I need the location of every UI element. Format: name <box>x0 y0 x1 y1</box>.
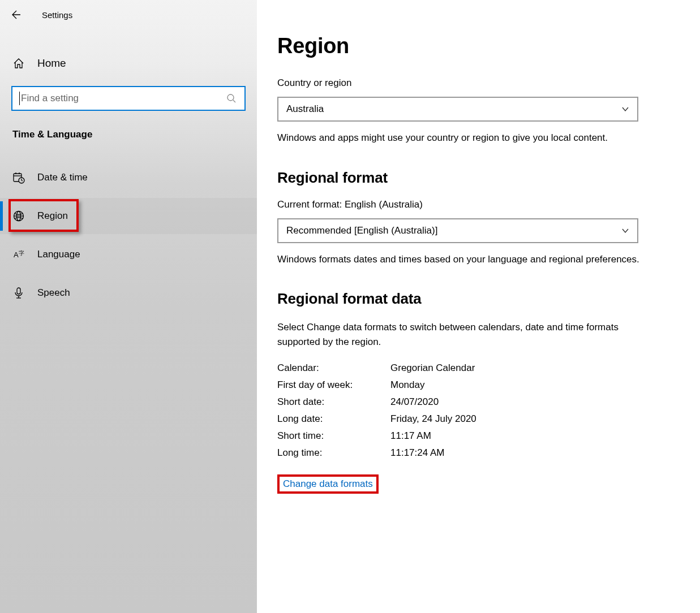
change-data-formats-link[interactable]: Change data formats <box>283 478 373 489</box>
data-key: Calendar: <box>277 362 390 374</box>
microphone-icon <box>12 287 25 299</box>
svg-point-0 <box>227 94 234 101</box>
sidebar-item-region[interactable]: Region <box>0 198 257 234</box>
titlebar: Settings <box>0 5 257 25</box>
current-format-label: Current format: English (Australia) <box>277 199 675 210</box>
country-label: Country or region <box>277 77 675 89</box>
country-dropdown[interactable]: Australia <box>277 97 638 122</box>
back-arrow-icon <box>10 9 22 20</box>
svg-line-1 <box>233 100 235 102</box>
search-placeholder: Find a setting <box>21 93 79 104</box>
regional-format-heading: Regional format <box>277 169 675 187</box>
data-row-calendar: Calendar: Gregorian Calendar <box>277 362 675 374</box>
country-description: Windows and apps might use your country … <box>277 131 639 145</box>
format-data-description: Select Change data formats to switch bet… <box>277 320 639 349</box>
sidebar-item-label: Date & time <box>37 172 88 183</box>
home-label: Home <box>37 57 66 70</box>
sidebar-item-speech[interactable]: Speech <box>0 275 257 311</box>
main-content: Region Country or region Australia Windo… <box>257 0 700 613</box>
sidebar-section-title: Time & Language <box>0 129 257 140</box>
text-cursor <box>19 92 20 105</box>
data-key: Short date: <box>277 396 390 408</box>
svg-rect-14 <box>17 288 20 294</box>
data-row-first-day: First day of week: Monday <box>277 379 675 391</box>
sidebar-item-label: Language <box>37 249 80 260</box>
sidebar-item-datetime[interactable]: Date & time <box>0 159 257 196</box>
format-data-table: Calendar: Gregorian Calendar First day o… <box>277 362 675 459</box>
data-key: First day of week: <box>277 379 390 391</box>
data-value: 11:17 AM <box>390 430 431 442</box>
data-row-short-date: Short date: 24/07/2020 <box>277 396 675 408</box>
data-row-long-date: Long date: Friday, 24 July 2020 <box>277 413 675 425</box>
format-data-heading: Regional format data <box>277 290 675 308</box>
page-title: Region <box>277 34 675 58</box>
data-value: Monday <box>390 379 424 391</box>
sidebar-item-home[interactable]: Home <box>0 49 257 78</box>
data-row-long-time: Long time: 11:17:24 AM <box>277 447 675 459</box>
svg-text:A: A <box>14 251 19 259</box>
data-key: Long time: <box>277 447 390 459</box>
calendar-clock-icon <box>12 171 25 184</box>
settings-sidebar: Settings Home Find a setting Time & Lang… <box>0 0 257 613</box>
home-icon <box>12 57 25 70</box>
back-button[interactable] <box>10 9 22 20</box>
data-key: Long date: <box>277 413 390 425</box>
data-value: 11:17:24 AM <box>390 447 444 459</box>
data-key: Short time: <box>277 430 390 442</box>
data-value: Gregorian Calendar <box>390 362 475 374</box>
sidebar-item-language[interactable]: A 字 Language <box>0 236 257 273</box>
sidebar-item-label: Region <box>37 210 68 222</box>
data-row-short-time: Short time: 11:17 AM <box>277 430 675 442</box>
sidebar-item-label: Speech <box>37 287 70 299</box>
app-title: Settings <box>42 10 72 20</box>
search-icon <box>226 93 237 103</box>
data-value: Friday, 24 July 2020 <box>390 413 476 425</box>
language-icon: A 字 <box>12 248 25 261</box>
country-value: Australia <box>286 103 324 115</box>
annotation-highlight-change: Change data formats <box>277 474 379 494</box>
chevron-down-icon <box>621 227 629 235</box>
search-input[interactable]: Find a setting <box>11 86 246 111</box>
nav-list: Date & time Region A 字 Lang <box>0 159 257 313</box>
format-value: Recommended [English (Australia)] <box>286 225 437 236</box>
svg-text:字: 字 <box>19 250 24 256</box>
data-value: 24/07/2020 <box>390 396 439 408</box>
chevron-down-icon <box>621 105 629 113</box>
globe-icon <box>12 210 25 222</box>
format-dropdown[interactable]: Recommended [English (Australia)] <box>277 218 638 243</box>
format-description: Windows formats dates and times based on… <box>277 252 639 267</box>
